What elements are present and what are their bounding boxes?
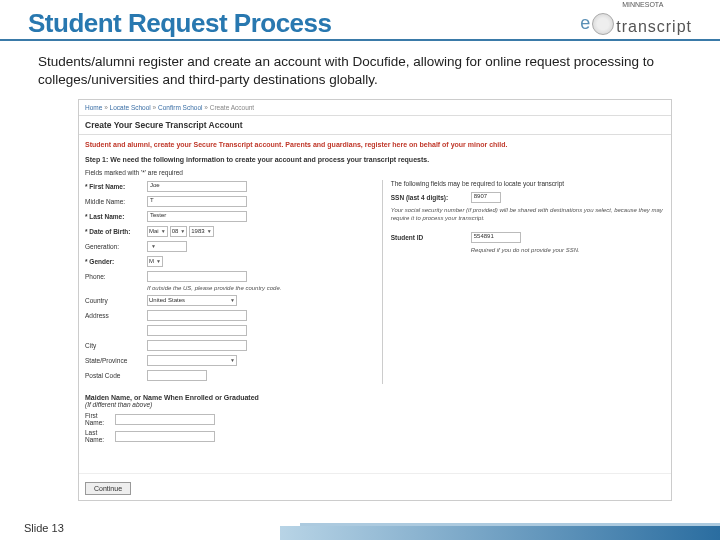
maiden-section: Maiden Name, or Name When Enrolled or Gr… <box>79 394 671 443</box>
dob-month-select[interactable]: Mai▼ <box>147 226 168 237</box>
warning-text: Student and alumni, create your Secure T… <box>79 139 671 154</box>
chevron-down-icon: ▼ <box>180 228 185 234</box>
postal-input[interactable] <box>147 370 207 381</box>
country-label: Country <box>85 297 147 304</box>
student-id-note: Required if you do not provide your SSN. <box>471 247 665 255</box>
address-input-2[interactable] <box>147 325 247 336</box>
last-name-label: * Last Name: <box>85 213 147 220</box>
chevron-down-icon: ▼ <box>161 228 166 234</box>
section-title: Create Your Secure Transcript Account <box>79 115 671 135</box>
first-name-label: * First Name: <box>85 183 147 190</box>
slide-header: Student Request Process e MINNESOTA tran… <box>0 0 720 41</box>
crumb-confirm[interactable]: Confirm School <box>158 104 202 111</box>
logo-e: e <box>580 13 590 34</box>
country-select[interactable]: United States▼ <box>147 295 237 306</box>
ssn-input[interactable]: 8907 <box>471 192 501 203</box>
logo: e MINNESOTA transcript <box>580 11 692 36</box>
city-input[interactable] <box>147 340 247 351</box>
generation-label: Generation: <box>85 243 147 250</box>
address-input-1[interactable] <box>147 310 247 321</box>
generation-select[interactable]: ▼ <box>147 241 187 252</box>
chevron-down-icon: ▼ <box>156 258 161 264</box>
logo-text: transcript <box>616 18 692 36</box>
embedded-screenshot: Home » Locate School » Confirm School » … <box>78 99 672 501</box>
last-name-input[interactable]: Tester <box>147 211 247 222</box>
student-id-label: Student ID <box>391 234 471 241</box>
chevron-down-icon: ▼ <box>230 297 235 303</box>
dob-day-select[interactable]: 08▼ <box>170 226 188 237</box>
gender-label: * Gender: <box>85 258 147 265</box>
intro-text: Students/alumni register and create an a… <box>0 49 720 95</box>
address-label: Address <box>85 312 147 319</box>
maiden-last-input[interactable] <box>115 431 215 442</box>
footer-bar <box>280 526 720 540</box>
form-left-column: * First Name:Joe Middle Name:T * Last Na… <box>85 180 383 384</box>
chevron-down-icon: ▼ <box>230 357 235 363</box>
crumb-locate[interactable]: Locate School <box>110 104 151 111</box>
chevron-down-icon: ▼ <box>151 243 156 249</box>
middle-name-label: Middle Name: <box>85 198 147 205</box>
form-columns: * First Name:Joe Middle Name:T * Last Na… <box>79 180 671 384</box>
ssn-label: SSN (last 4 digits): <box>391 194 471 201</box>
state-label: State/Province <box>85 357 147 364</box>
dob-year-select[interactable]: 1983▼ <box>189 226 213 237</box>
form-right-column: The following fields may be required to … <box>383 180 665 384</box>
step-heading: Step 1: We need the following informatio… <box>79 154 671 169</box>
required-note: Fields marked with '*' are required <box>79 169 671 180</box>
dob-label: * Date of Birth: <box>85 228 147 235</box>
phone-label: Phone: <box>85 273 147 280</box>
middle-name-input[interactable]: T <box>147 196 247 207</box>
first-name-input[interactable]: Joe <box>147 181 247 192</box>
continue-wrap: Continue <box>79 473 671 501</box>
chevron-down-icon: ▼ <box>207 228 212 234</box>
postal-label: Postal Code <box>85 372 147 379</box>
student-id-input[interactable]: 554891 <box>471 232 521 243</box>
city-label: City <box>85 342 147 349</box>
ssn-note: Your social security number (if provided… <box>391 207 665 223</box>
maiden-title: Maiden Name, or Name When Enrolled or Gr… <box>85 394 665 401</box>
state-select[interactable]: ▼ <box>147 355 237 366</box>
phone-input[interactable] <box>147 271 247 282</box>
phone-hint: If outside the US, please provide the co… <box>147 285 374 291</box>
crumb-create: Create Account <box>210 104 254 111</box>
right-intro: The following fields may be required to … <box>391 180 665 187</box>
maiden-last-label: Last Name: <box>85 429 115 443</box>
maiden-subtitle: (If different than above) <box>85 401 665 408</box>
logo-state: MINNESOTA <box>622 1 663 8</box>
slide-title: Student Request Process <box>28 8 331 39</box>
logo-seal-icon <box>592 13 614 35</box>
continue-button[interactable]: Continue <box>85 482 131 495</box>
breadcrumb: Home » Locate School » Confirm School » … <box>79 100 671 115</box>
maiden-first-input[interactable] <box>115 414 215 425</box>
maiden-first-label: First Name: <box>85 412 115 426</box>
crumb-home[interactable]: Home <box>85 104 102 111</box>
gender-select[interactable]: M▼ <box>147 256 163 267</box>
slide-number: Slide 13 <box>24 522 64 534</box>
